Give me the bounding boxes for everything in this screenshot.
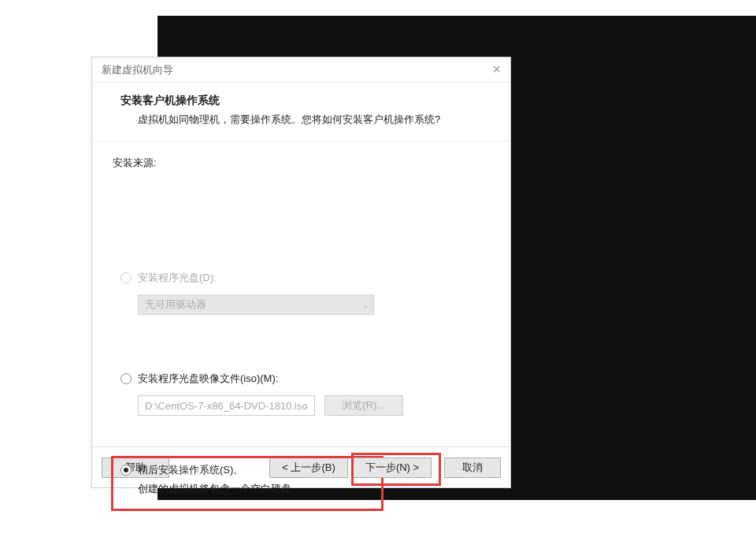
new-vm-wizard-dialog: 新建虚拟机向导 × 安装客户机操作系统 虚拟机如同物理机，需要操作系统。您将如何… bbox=[91, 57, 511, 488]
radio-label-iso: 安装程序光盘映像文件(iso)(M): bbox=[138, 372, 278, 386]
drive-select[interactable]: 无可用驱动器 ⌄ bbox=[138, 294, 374, 315]
radio-icon bbox=[120, 373, 132, 384]
option-install-later: 稍后安装操作系统(S)。 创建的虚拟机将包含一个空白硬盘。 bbox=[120, 463, 302, 496]
install-later-description: 创建的虚拟机将包含一个空白硬盘。 bbox=[138, 482, 302, 496]
drive-select-value: 无可用驱动器 bbox=[145, 298, 206, 312]
close-icon[interactable]: × bbox=[492, 61, 501, 78]
header-subtitle: 虚拟机如同物理机，需要操作系统。您将如何安装客户机操作系统? bbox=[120, 113, 490, 127]
iso-path-value: D:\CentOS-7-x86_64-DVD-1810.iso bbox=[145, 400, 308, 412]
radio-installer-disc[interactable]: 安装程序光盘(D): bbox=[120, 271, 374, 285]
radio-iso-file[interactable]: 安装程序光盘映像文件(iso)(M): bbox=[120, 372, 403, 386]
chevron-down-icon: ⌄ bbox=[303, 402, 309, 410]
dialog-title: 新建虚拟机向导 bbox=[102, 63, 173, 77]
dialog-titlebar: 新建虚拟机向导 × bbox=[92, 57, 510, 83]
option-iso-file: 安装程序光盘映像文件(iso)(M): D:\CentOS-7-x86_64-D… bbox=[120, 372, 403, 416]
radio-label-later: 稍后安装操作系统(S)。 bbox=[138, 463, 243, 477]
option-installer-disc: 安装程序光盘(D): 无可用驱动器 ⌄ bbox=[120, 271, 374, 315]
browse-button[interactable]: 浏览(R)... bbox=[324, 395, 403, 416]
radio-icon bbox=[120, 272, 132, 283]
dialog-content: 安装来源: 安装程序光盘(D): 无可用驱动器 ⌄ 安装程序光盘映像文件(iso… bbox=[92, 142, 510, 446]
radio-icon bbox=[120, 465, 132, 476]
source-label: 安装来源: bbox=[113, 156, 157, 170]
radio-label-disc: 安装程序光盘(D): bbox=[138, 271, 217, 285]
chevron-down-icon: ⌄ bbox=[362, 301, 369, 309]
iso-path-input[interactable]: D:\CentOS-7-x86_64-DVD-1810.iso ⌄ bbox=[138, 395, 315, 416]
next-button[interactable]: 下一步(N) > bbox=[353, 457, 432, 478]
header-title: 安装客户机操作系统 bbox=[120, 94, 490, 108]
radio-install-later[interactable]: 稍后安装操作系统(S)。 bbox=[120, 463, 302, 477]
dialog-header: 安装客户机操作系统 虚拟机如同物理机，需要操作系统。您将如何安装客户机操作系统? bbox=[92, 83, 510, 142]
cancel-button[interactable]: 取消 bbox=[444, 457, 501, 478]
